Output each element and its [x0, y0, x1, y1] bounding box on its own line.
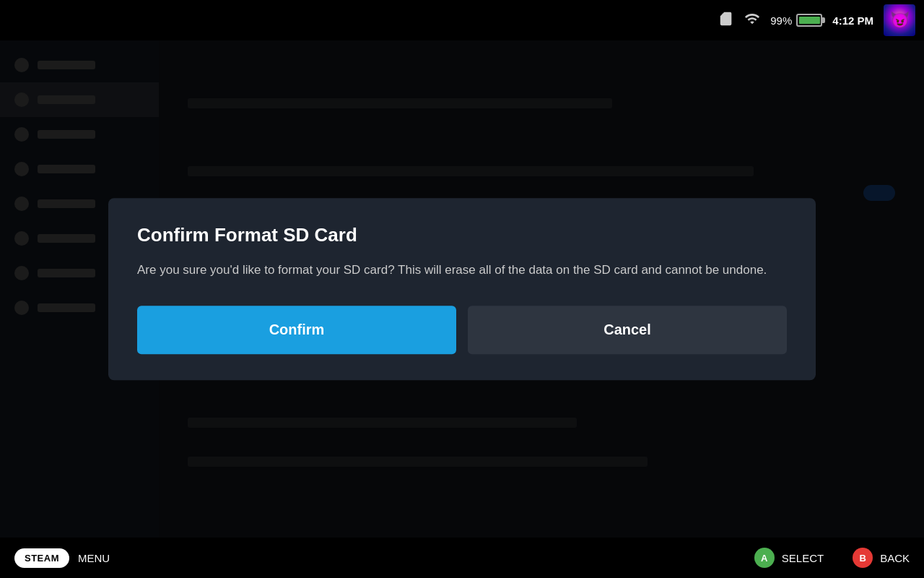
confirm-dialog: Confirm Format SD Card Are you sure you'… — [108, 198, 816, 380]
dialog-title: Confirm Format SD Card — [137, 224, 787, 246]
back-label: BACK — [880, 552, 910, 564]
bottom-bar: STEAM MENU A SELECT B BACK — [0, 538, 924, 578]
dialog-body: Are you sure you'd like to format your S… — [137, 261, 787, 280]
menu-label: MENU — [78, 552, 110, 564]
battery-indicator: 99% — [770, 14, 822, 27]
bottom-right-controls: A SELECT B BACK — [754, 548, 910, 568]
battery-percent: 99% — [770, 14, 792, 27]
a-button-icon: A — [754, 548, 775, 568]
wifi-icon — [744, 11, 760, 30]
status-bar: 99% 4:12 PM 😈 — [0, 0, 924, 40]
battery-fill — [799, 17, 820, 24]
dialog-buttons: Confirm Cancel — [137, 306, 787, 354]
avatar[interactable]: 😈 — [884, 4, 915, 36]
clock: 4:12 PM — [832, 14, 873, 27]
battery-icon — [796, 14, 822, 27]
cancel-button[interactable]: Cancel — [468, 306, 787, 354]
select-label: SELECT — [782, 552, 824, 564]
sd-card-icon — [718, 11, 734, 30]
b-button-icon: B — [853, 548, 873, 568]
confirm-button[interactable]: Confirm — [137, 306, 456, 354]
steam-button[interactable]: STEAM — [14, 548, 69, 568]
status-icons: 99% 4:12 PM 😈 — [718, 4, 915, 36]
avatar-image: 😈 — [884, 4, 915, 36]
